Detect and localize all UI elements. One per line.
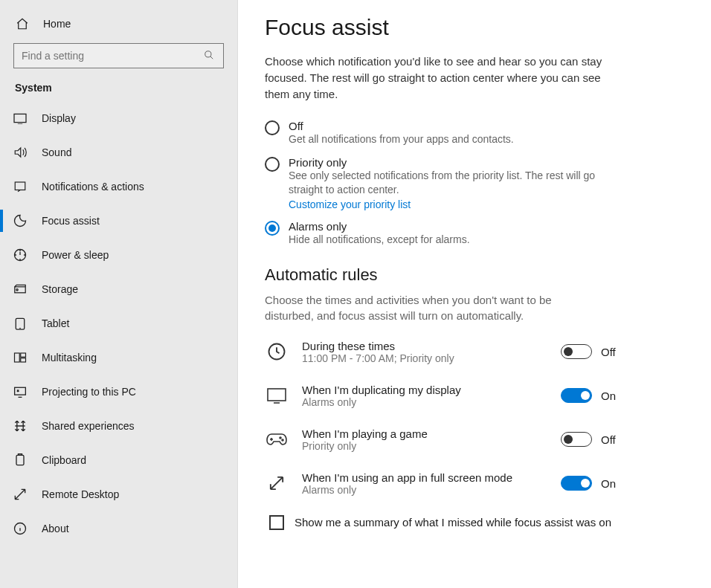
monitor-icon: [265, 384, 289, 407]
rule-during-these-times: During these times11:00 PM - 7:00 AM; Pr…: [265, 340, 622, 364]
sidebar-item-about[interactable]: About: [0, 511, 237, 546]
radio-priority-circle: [265, 157, 280, 172]
rule-body[interactable]: When I'm duplicating my displayAlarms on…: [302, 384, 547, 408]
rule-subtitle: Alarms only: [302, 396, 547, 408]
svg-rect-11: [16, 455, 24, 465]
rule-toggle-label: Off: [601, 433, 622, 446]
rule-toggle-label: On: [601, 477, 622, 490]
sidebar-item-label: Projecting to this PC: [42, 386, 136, 398]
radio-off-desc: Get all notifications from your apps and…: [289, 132, 607, 147]
sidebar-item-label: Display: [42, 112, 76, 124]
sidebar-item-label: Focus assist: [42, 215, 100, 227]
rule-toggle[interactable]: [561, 432, 592, 447]
rule-fullscreen-app: When I'm using an app in full screen mod…: [265, 471, 622, 496]
fullscreen-arrows-icon: [265, 471, 289, 495]
rule-toggle[interactable]: [561, 476, 592, 491]
rule-toggle[interactable]: [561, 388, 592, 403]
remote-desktop-icon: [12, 486, 28, 503]
radio-off[interactable]: Off Get all notifications from your apps…: [265, 120, 607, 147]
rule-body[interactable]: During these times11:00 PM - 7:00 AM; Pr…: [302, 340, 547, 364]
rule-title: When I'm duplicating my display: [302, 384, 547, 396]
sidebar-item-multitasking[interactable]: Multitasking: [0, 340, 237, 375]
drive-icon: [12, 281, 28, 297]
sidebar-item-label: Notifications & actions: [42, 181, 144, 193]
svg-point-16: [282, 439, 283, 441]
svg-rect-7: [15, 353, 20, 362]
rule-toggle[interactable]: [561, 344, 592, 359]
home-button[interactable]: Home: [0, 9, 237, 39]
customize-priority-list-link[interactable]: Customize your priority list: [289, 198, 411, 210]
sidebar-item-label: Power & sleep: [42, 249, 109, 261]
sidebar-item-label: Storage: [42, 283, 78, 295]
svg-rect-2: [15, 182, 25, 190]
sidebar-item-label: About: [42, 523, 69, 534]
rules-list: During these times11:00 PM - 7:00 AM; Pr…: [265, 340, 684, 496]
rule-title: When I'm using an app in full screen mod…: [302, 471, 547, 484]
summary-checkbox[interactable]: [269, 515, 284, 530]
sidebar-item-label: Shared experiences: [42, 420, 135, 432]
nav-list: DisplaySoundNotifications & actionsFocus…: [0, 101, 237, 588]
multitasking-icon: [12, 349, 28, 366]
rule-title: During these times: [302, 340, 547, 352]
rule-toggle-group: Off: [561, 344, 622, 359]
svg-point-5: [16, 289, 18, 291]
summary-checkbox-label: Show me a summary of what I missed while…: [295, 516, 611, 529]
radio-priority-label: Priority only: [289, 156, 607, 169]
moon-icon: [12, 213, 28, 229]
svg-point-0: [205, 51, 211, 57]
summary-checkbox-row[interactable]: Show me a summary of what I missed while…: [265, 515, 684, 530]
svg-rect-1: [14, 114, 26, 122]
home-label: Home: [43, 18, 71, 30]
search-input[interactable]: [22, 50, 204, 62]
page-description: Choose which notification you'd like to …: [265, 54, 607, 102]
radio-alarms-only[interactable]: Alarms only Hide all notifications, exce…: [265, 220, 607, 248]
sidebar-item-label: Tablet: [42, 317, 69, 329]
sidebar-item-remote-desktop[interactable]: Remote Desktop: [0, 477, 237, 511]
radio-alarms-desc: Hide all notifications, except for alarm…: [289, 233, 607, 248]
rule-toggle-group: On: [561, 388, 622, 403]
rule-duplicating-display: When I'm duplicating my displayAlarms on…: [265, 384, 622, 408]
radio-alarms-circle: [265, 221, 280, 236]
main-content: Focus assist Choose which notification y…: [238, 0, 711, 588]
radio-off-label: Off: [289, 120, 607, 132]
rule-toggle-label: On: [601, 390, 622, 402]
clipboard-icon: [12, 452, 28, 468]
sidebar-item-label: Multitasking: [42, 352, 97, 364]
category-heading: System: [0, 76, 237, 101]
rule-subtitle: 11:00 PM - 7:00 AM; Priority only: [302, 352, 547, 364]
tablet-icon: [12, 315, 28, 332]
sidebar-item-storage[interactable]: Storage: [0, 272, 237, 306]
sidebar: Home System DisplaySoundNotifications & …: [0, 0, 238, 588]
info-icon: [12, 520, 28, 537]
sidebar-item-clipboard[interactable]: Clipboard: [0, 443, 237, 477]
sidebar-item-label: Clipboard: [42, 454, 86, 466]
sidebar-item-sound[interactable]: Sound: [0, 135, 237, 169]
focus-mode-radio-group: Off Get all notifications from your apps…: [265, 120, 684, 247]
rule-toggle-label: Off: [601, 346, 622, 358]
search-box[interactable]: [13, 43, 224, 68]
rule-body[interactable]: When I'm using an app in full screen mod…: [302, 471, 547, 496]
sidebar-item-label: Remote Desktop: [42, 488, 119, 500]
rule-toggle-group: On: [561, 476, 622, 491]
rule-toggle-group: Off: [561, 432, 622, 447]
radio-priority-only[interactable]: Priority only See only selected notifica…: [265, 156, 607, 211]
sidebar-item-label: Sound: [42, 146, 71, 158]
display-icon: [12, 110, 28, 126]
rule-subtitle: Alarms only: [302, 484, 547, 496]
sidebar-item-focus-assist[interactable]: Focus assist: [0, 204, 237, 238]
radio-priority-desc: See only selected notifications from the…: [289, 169, 607, 198]
rule-body[interactable]: When I'm playing a gamePriority only: [302, 427, 547, 452]
sidebar-item-power-sleep[interactable]: Power & sleep: [0, 238, 237, 272]
gamepad-icon: [265, 427, 289, 451]
sidebar-item-display[interactable]: Display: [0, 101, 237, 135]
rule-playing-game: When I'm playing a gamePriority onlyOff: [265, 427, 622, 452]
svg-point-15: [280, 437, 281, 439]
rule-title: When I'm playing a game: [302, 427, 547, 440]
svg-rect-14: [268, 389, 286, 401]
search-icon: [204, 50, 216, 62]
message-icon: [12, 178, 28, 195]
sidebar-item-notifications-actions[interactable]: Notifications & actions: [0, 169, 237, 204]
sidebar-item-tablet[interactable]: Tablet: [0, 306, 237, 340]
sidebar-item-projecting-to-this-pc[interactable]: Projecting to this PC: [0, 375, 237, 409]
sidebar-item-shared-experiences[interactable]: Shared experiences: [0, 409, 237, 443]
